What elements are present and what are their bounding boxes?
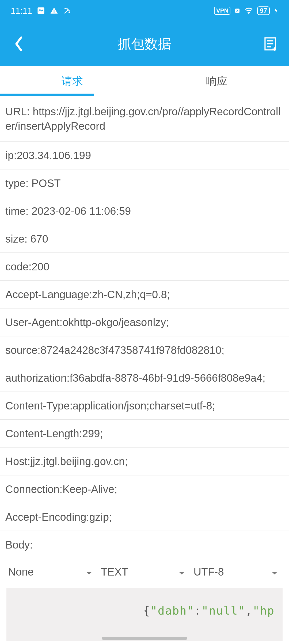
chevron-down-icon: [271, 566, 278, 578]
row-source: source:8724a2428c3f47358741f978fd082810;: [0, 336, 289, 364]
row-time: time: 2023-02-06 11:06:59: [0, 197, 289, 225]
battery-percent: 97: [260, 7, 267, 14]
row-type: type: POST: [0, 169, 289, 197]
dropdown-decode[interactable]: None: [8, 563, 98, 581]
svg-rect-2: [54, 12, 55, 13]
chevron-down-icon: [178, 566, 185, 578]
json-colon: :: [194, 604, 201, 617]
request-details: URL: https://jjz.jtgl.beijing.gov.cn/pro…: [0, 96, 289, 641]
dropdown-format-label: TEXT: [101, 566, 128, 578]
tab-request[interactable]: 请求: [0, 66, 144, 96]
tabs: 请求 响应: [0, 66, 289, 96]
bluetooth-icon: [234, 7, 241, 14]
body-options-row: None TEXT UTF-8: [0, 558, 289, 585]
warning-icon: [50, 6, 58, 15]
row-url: URL: https://jjz.jtgl.beijing.gov.cn/pro…: [0, 96, 289, 141]
chevron-down-icon: [85, 566, 93, 578]
status-bar: 11:11 VPN 97: [0, 0, 289, 21]
json-key: "hp: [253, 604, 275, 617]
row-content-type: Content-Type:application/json;charset=ut…: [0, 392, 289, 420]
json-key: "dabh": [150, 604, 194, 617]
battery-icon: 97: [257, 6, 270, 15]
row-user-agent: User-Agent:okhttp-okgo/jeasonlzy;: [0, 308, 289, 336]
tab-response[interactable]: 响应: [144, 66, 289, 96]
dropdown-charset-label: UTF-8: [193, 566, 224, 578]
tab-request-label: 请求: [62, 74, 83, 89]
row-size: size: 670: [0, 225, 289, 253]
row-accept-language: Accept-Language:zh-CN,zh;q=0.8;: [0, 281, 289, 308]
row-connection: Connection:Keep-Alive;: [0, 475, 289, 503]
row-body-label: Body:: [0, 531, 289, 558]
page-title: 抓包数据: [118, 35, 171, 53]
back-button[interactable]: [11, 36, 27, 52]
row-authorization: authorization:f36abdfa-8878-46bf-91d9-56…: [0, 364, 289, 392]
row-accept-encoding: Accept-Encoding:gzip;: [0, 503, 289, 531]
export-button[interactable]: [262, 36, 278, 52]
tab-response-label: 响应: [206, 74, 227, 89]
home-indicator[interactable]: [102, 637, 187, 640]
body-content[interactable]: {"dabh":"null","hp: [6, 588, 283, 641]
vpn-icon: VPN: [214, 7, 230, 15]
svg-point-4: [69, 12, 70, 13]
wifi-icon: [244, 6, 253, 15]
charging-icon: [273, 7, 278, 15]
tools-icon: [63, 7, 71, 15]
app-icon: [37, 7, 45, 15]
svg-point-3: [64, 8, 66, 9]
row-ip: ip:203.34.106.199: [0, 141, 289, 169]
status-time: 11:11: [11, 6, 32, 16]
dropdown-charset[interactable]: UTF-8: [193, 563, 284, 581]
svg-point-6: [248, 13, 249, 14]
row-code: code:200: [0, 253, 289, 281]
dropdown-format[interactable]: TEXT: [101, 563, 191, 581]
json-brace: {: [143, 604, 150, 617]
svg-rect-1: [54, 10, 55, 12]
row-host: Host:jjz.jtgl.beijing.gov.cn;: [0, 447, 289, 475]
status-right: VPN 97: [214, 6, 278, 15]
app-bar: 抓包数据: [0, 21, 289, 66]
json-comma: ,: [245, 604, 253, 617]
row-content-length: Content-Length:299;: [0, 420, 289, 447]
json-value: "null": [201, 604, 245, 617]
status-left: 11:11: [11, 6, 71, 16]
dropdown-decode-label: None: [8, 566, 34, 578]
